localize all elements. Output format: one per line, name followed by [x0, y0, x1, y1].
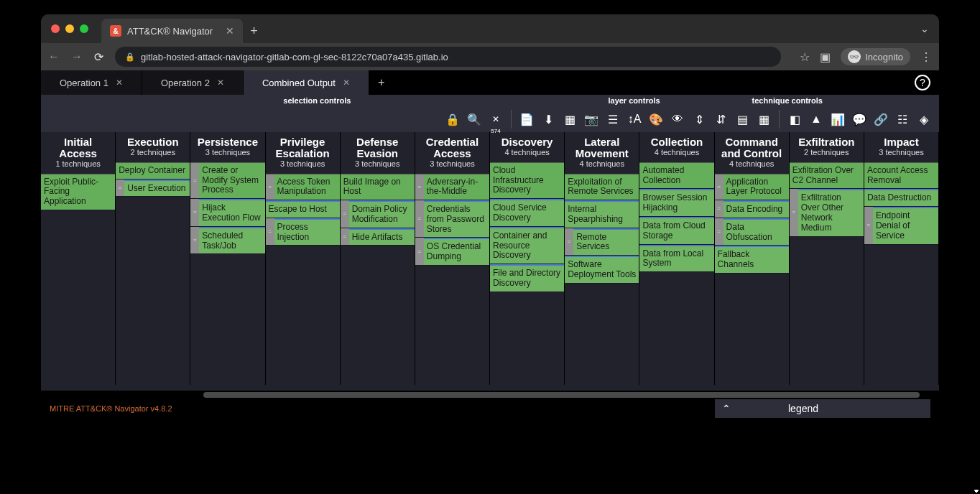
tactic-header[interactable]: Defense Evasion3 techniques	[341, 132, 415, 174]
filter-button[interactable]: ☰	[604, 110, 622, 129]
subtechnique-handle[interactable]: =	[190, 163, 199, 198]
close-icon[interactable]: ✕	[217, 78, 224, 88]
technique-cell[interactable]: Escape to Host	[266, 200, 340, 218]
export-excel-button[interactable]: ▦	[560, 110, 579, 129]
subtechnique-handle[interactable]: =	[190, 199, 199, 226]
tactic-header[interactable]: Discovery4 techniques	[490, 132, 564, 163]
lock-selection-button[interactable]: 🔒	[443, 110, 462, 129]
deselect-all-button[interactable]: ✕574	[486, 110, 505, 129]
technique-cell[interactable]: =Credentials from Password Stores	[415, 200, 489, 238]
scrollbar-thumb[interactable]	[203, 392, 920, 398]
technique-cell[interactable]: Internal Spearphishing	[565, 200, 639, 228]
technique-cell[interactable]: =Endpoint Denial of Service	[864, 207, 938, 244]
technique-cell[interactable]: =Hijack Execution Flow	[190, 199, 264, 227]
toggle-state-button[interactable]: ◧	[785, 110, 804, 129]
tactic-header[interactable]: Command and Control4 techniques	[715, 132, 789, 174]
subtechnique-handle[interactable]: =	[266, 218, 274, 246]
subtechnique-handle[interactable]: =	[715, 174, 724, 200]
background-color-button[interactable]: ▲	[807, 110, 826, 129]
technique-cell[interactable]: Container and Resource Discovery	[490, 227, 564, 264]
tactic-header[interactable]: Impact3 techniques	[864, 132, 938, 163]
subtechnique-handle[interactable]: =	[715, 200, 724, 218]
clear-annotations-button[interactable]: ◈	[915, 110, 933, 129]
tab-list-chevron-icon[interactable]: ⌄	[920, 23, 929, 34]
layer-tab-operation-2[interactable]: Operation 2 ✕	[142, 70, 244, 95]
technique-cell[interactable]: Software Deployment Tools	[565, 256, 639, 284]
bookmark-star-icon[interactable]: ☆	[800, 50, 810, 64]
technique-cell[interactable]: =Domain Policy Modification	[341, 200, 415, 228]
hide-disabled-button[interactable]: 👁	[668, 110, 687, 129]
subtechnique-handle[interactable]: =	[415, 174, 424, 200]
technique-cell[interactable]: =Remote Services	[565, 228, 639, 256]
horizontal-scrollbar[interactable]	[41, 391, 939, 399]
tactic-header[interactable]: Execution2 techniques	[116, 132, 190, 163]
subtechnique-handle[interactable]: =	[715, 218, 724, 246]
technique-cell[interactable]: =Data Encoding	[715, 200, 789, 218]
subtechnique-handle[interactable]: =	[415, 238, 424, 265]
technique-cell[interactable]: =Application Layer Protocol	[715, 174, 789, 201]
technique-cell[interactable]: =Access Token Manipulation	[266, 174, 340, 201]
search-button[interactable]: 🔍	[465, 110, 484, 129]
forward-button[interactable]: →	[71, 50, 83, 63]
technique-cell[interactable]: Exploit Public-Facing Application	[41, 174, 115, 210]
add-layer-tab-button[interactable]: +	[369, 76, 394, 89]
technique-cell[interactable]: File and Directory Discovery	[490, 264, 564, 292]
technique-cell[interactable]: Exfiltration Over C2 Channel	[790, 163, 864, 190]
help-button[interactable]: ?	[915, 75, 930, 90]
technique-cell[interactable]: Deploy Container	[116, 163, 190, 180]
link-button[interactable]: 🔗	[872, 110, 890, 129]
layer-info-button[interactable]: 📄	[517, 110, 536, 129]
close-window-button[interactable]	[51, 24, 60, 33]
reload-button[interactable]: ⟳	[94, 50, 103, 64]
subtechnique-handle[interactable]: =	[116, 180, 124, 197]
maximize-window-button[interactable]	[80, 24, 88, 33]
layout-button[interactable]: ▤	[733, 110, 752, 129]
subtechnique-handle[interactable]: =	[341, 228, 349, 246]
matrix-config-button[interactable]: ▦	[754, 110, 773, 129]
subtechnique-handle[interactable]: =	[341, 200, 349, 228]
technique-cell[interactable]: Automated Collection	[639, 163, 713, 190]
technique-cell[interactable]: Data from Local System	[639, 245, 713, 273]
technique-cell[interactable]: Account Access Removal	[864, 163, 938, 190]
tactic-header[interactable]: Privilege Escalation3 techniques	[266, 132, 340, 174]
comment-button[interactable]: 💬	[850, 110, 869, 129]
tactic-header[interactable]: Initial Access1 techniques	[41, 132, 115, 174]
technique-cell[interactable]: Cloud Infrastructure Discovery	[490, 163, 564, 199]
technique-cell[interactable]: =OS Credential Dumping	[415, 238, 489, 266]
legend-toggle[interactable]: ⌃ legend	[715, 399, 930, 418]
camera-button[interactable]: 📷	[582, 110, 601, 129]
subtechnique-handle[interactable]: =	[190, 227, 199, 254]
technique-cell[interactable]: Data from Cloud Storage	[639, 217, 713, 245]
download-button[interactable]: ⬇	[539, 110, 558, 129]
subtechnique-handle[interactable]: =	[790, 189, 798, 236]
close-icon[interactable]: ✕	[343, 78, 350, 88]
scoring-button[interactable]: 📊	[828, 110, 847, 129]
close-tab-icon[interactable]: ✕	[226, 25, 234, 37]
technique-cell[interactable]: Browser Session Hijacking	[639, 189, 713, 217]
color-setup-button[interactable]: 🎨	[647, 110, 665, 129]
technique-cell[interactable]: Build Image on Host	[341, 174, 415, 201]
technique-cell[interactable]: Cloud Service Discovery	[490, 199, 564, 227]
technique-cell[interactable]: Exploitation of Remote Services	[565, 174, 639, 201]
layer-tab-combined-output[interactable]: Combined Output ✕	[244, 70, 369, 95]
browser-tab[interactable]: & ATT&CK® Navigator ✕	[101, 19, 243, 43]
browser-menu-icon[interactable]: ⋮	[920, 50, 932, 64]
new-tab-button[interactable]: +	[250, 24, 258, 39]
metadata-button[interactable]: ☷	[893, 110, 912, 129]
tactic-header[interactable]: Collection4 techniques	[639, 132, 713, 163]
subtechnique-handle[interactable]: =	[266, 174, 274, 200]
tactic-header[interactable]: Persistence3 techniques	[190, 132, 264, 163]
close-icon[interactable]: ✕	[116, 78, 123, 88]
technique-cell[interactable]: =Create or Modify System Process	[190, 163, 264, 199]
extensions-icon[interactable]: ▣	[820, 50, 831, 64]
subtechnique-handle[interactable]: =	[864, 207, 873, 243]
subtechnique-handle[interactable]: =	[415, 200, 424, 237]
technique-cell[interactable]: Fallback Channels	[715, 246, 789, 274]
expand-subtechniques-button[interactable]: ⇕	[690, 110, 708, 129]
technique-cell[interactable]: =User Execution	[116, 180, 190, 197]
technique-cell[interactable]: =Adversary-in-the-Middle	[415, 174, 489, 201]
layer-tab-operation-1[interactable]: Operation 1 ✕	[41, 70, 142, 95]
sort-button[interactable]: ↕A	[625, 110, 644, 129]
technique-cell[interactable]: =Scheduled Task/Job	[190, 227, 264, 255]
back-button[interactable]: ←	[48, 50, 60, 63]
